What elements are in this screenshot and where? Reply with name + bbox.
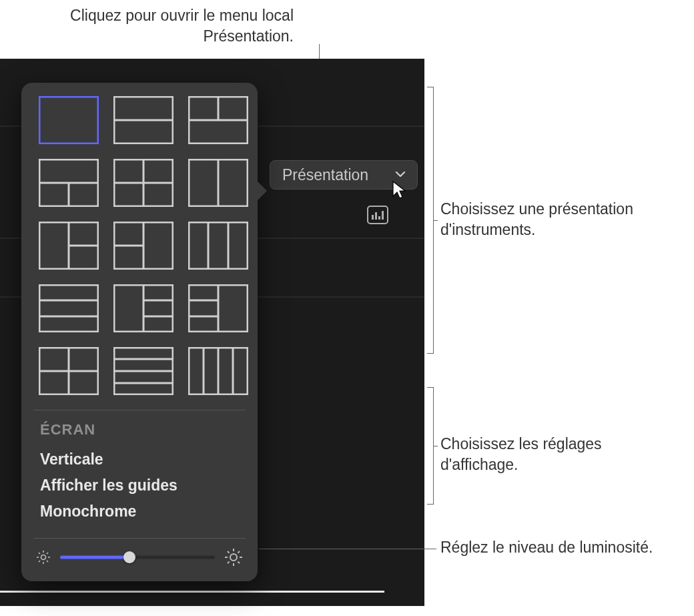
svg-line-56 — [47, 561, 48, 562]
svg-line-64 — [228, 551, 230, 553]
layout-option-10[interactable] — [39, 284, 99, 332]
layout-option-8[interactable] — [113, 222, 174, 270]
layout-option-6[interactable] — [188, 159, 248, 207]
bracket-tick — [434, 446, 438, 446]
svg-line-55 — [39, 553, 40, 554]
layout-option-2[interactable] — [113, 96, 174, 144]
svg-point-59 — [230, 554, 237, 561]
svg-rect-28 — [39, 285, 98, 332]
display-settings-section: ÉCRAN Verticale Afficher les guides Mono… — [21, 410, 258, 538]
layout-option-12[interactable] — [188, 284, 248, 332]
svg-line-65 — [238, 562, 240, 564]
presentation-popover: ÉCRAN Verticale Afficher les guides Mono… — [21, 83, 258, 581]
menu-heading-screen: ÉCRAN — [40, 421, 239, 438]
bracket-display — [427, 387, 434, 505]
layout-option-9[interactable] — [188, 222, 248, 270]
brightness-high-icon — [224, 548, 243, 567]
menu-item-show-guides[interactable]: Afficher les guides — [40, 473, 239, 499]
caption-brightness: Réglez le niveau de luminosité. — [440, 537, 681, 558]
layout-option-4[interactable] — [39, 159, 99, 207]
layout-option-3[interactable] — [188, 96, 248, 144]
svg-rect-0 — [368, 206, 388, 224]
layout-option-15[interactable] — [188, 347, 248, 395]
svg-line-58 — [39, 561, 40, 562]
svg-line-57 — [47, 553, 48, 554]
svg-rect-25 — [189, 222, 248, 269]
svg-line-66 — [238, 551, 240, 553]
menu-item-vertical[interactable]: Verticale — [40, 446, 239, 473]
layout-option-13[interactable] — [39, 347, 99, 395]
layout-option-5[interactable] — [113, 159, 174, 207]
svg-rect-2 — [375, 212, 377, 220]
svg-line-67 — [228, 562, 230, 564]
caption-display: Choisissez les réglages d'affichage. — [440, 434, 681, 475]
svg-rect-3 — [378, 216, 380, 220]
scopes-icon[interactable] — [367, 206, 388, 224]
layout-option-14[interactable] — [113, 347, 174, 395]
svg-rect-1 — [372, 215, 374, 220]
svg-rect-4 — [382, 211, 384, 220]
layout-option-11[interactable] — [113, 284, 174, 332]
layout-grid — [21, 89, 258, 410]
menu-item-monochrome[interactable]: Monochrome — [40, 499, 239, 525]
caption-open-menu: Cliquez pour ouvrir le menu local Présen… — [53, 5, 294, 47]
brightness-controls — [21, 539, 258, 581]
bracket-layouts — [427, 87, 434, 354]
svg-point-50 — [41, 555, 46, 560]
layout-option-1[interactable] — [39, 96, 99, 144]
presentation-button-label: Présentation — [282, 166, 368, 184]
brightness-slider[interactable] — [60, 550, 215, 565]
bracket-tick — [434, 220, 438, 221]
timeline-highlight — [0, 591, 384, 593]
caption-layouts: Choisissez une présentation d'instrument… — [440, 199, 681, 240]
brightness-low-icon — [36, 550, 51, 565]
cursor-pointer-icon — [391, 180, 408, 203]
svg-rect-5 — [39, 97, 98, 143]
leader-line-brightness — [259, 549, 436, 549]
layout-option-7[interactable] — [39, 222, 99, 270]
